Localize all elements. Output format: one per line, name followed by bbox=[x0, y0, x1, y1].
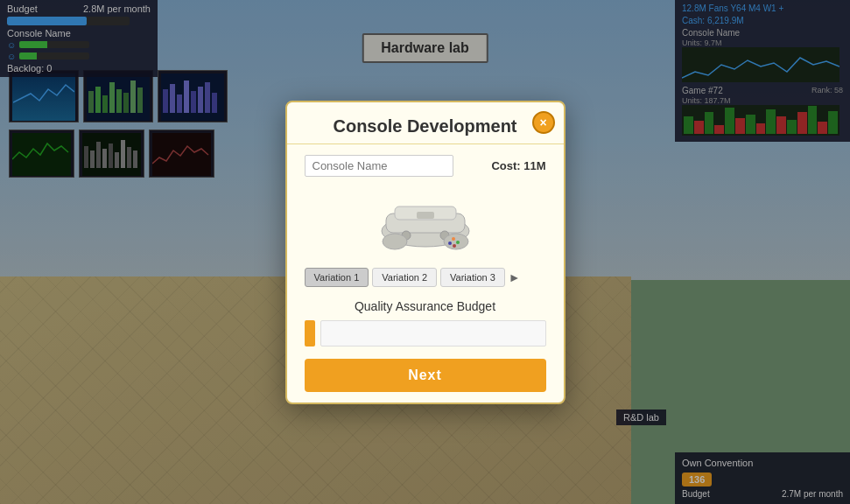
modal-header: Console Development bbox=[287, 102, 564, 144]
svg-point-33 bbox=[452, 237, 455, 241]
qa-budget-row bbox=[305, 320, 546, 346]
variation-tabs: Variation 1 Variation 2 Variation 3 ► bbox=[305, 268, 546, 287]
svg-point-31 bbox=[383, 234, 407, 249]
modal-body: Cost: 11M bbox=[287, 144, 564, 402]
svg-point-35 bbox=[448, 242, 452, 245]
modal-overlay: × Console Development Cost: 11M bbox=[0, 0, 850, 504]
svg-rect-30 bbox=[417, 212, 434, 219]
next-button[interactable]: Next bbox=[305, 359, 546, 392]
variation-3-btn[interactable]: Variation 3 bbox=[440, 268, 505, 287]
console-image-area bbox=[305, 187, 546, 257]
qa-budget-label: Quality Assurance Budget bbox=[305, 299, 546, 313]
console-development-modal: × Console Development Cost: 11M bbox=[285, 101, 565, 404]
modal-title: Console Development bbox=[305, 116, 546, 136]
qa-bar[interactable] bbox=[320, 320, 546, 346]
qa-indicator bbox=[305, 320, 315, 346]
console-name-input[interactable] bbox=[305, 155, 453, 177]
svg-point-32 bbox=[444, 234, 468, 249]
svg-point-36 bbox=[453, 244, 456, 248]
cost-label: Cost: 11M bbox=[491, 159, 545, 172]
variation-arrow-btn[interactable]: ► bbox=[509, 270, 521, 284]
svg-point-34 bbox=[456, 241, 460, 244]
name-cost-row: Cost: 11M bbox=[305, 155, 546, 177]
variation-2-btn[interactable]: Variation 2 bbox=[372, 268, 437, 287]
modal-close-button[interactable]: × bbox=[532, 111, 555, 134]
console-svg bbox=[373, 187, 478, 257]
variation-1-btn[interactable]: Variation 1 bbox=[305, 268, 369, 287]
